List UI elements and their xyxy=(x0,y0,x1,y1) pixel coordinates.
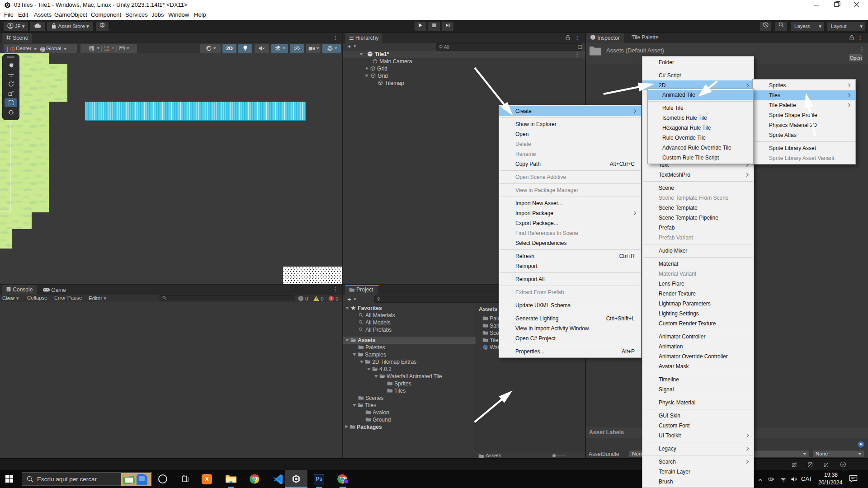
svg-text:{}: {} xyxy=(485,347,487,350)
